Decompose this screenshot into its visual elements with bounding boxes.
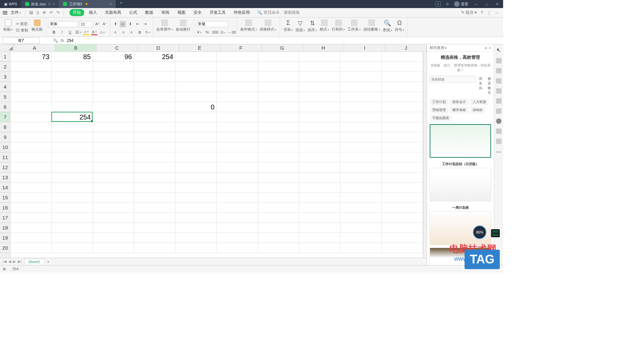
tab-start[interactable]: 开始 <box>69 9 84 16</box>
indent-left-icon[interactable]: ⇤ <box>135 21 141 27</box>
cell-D19[interactable] <box>134 233 175 243</box>
row-header-7[interactable]: 7 <box>0 112 10 122</box>
font-size-select[interactable] <box>79 21 93 27</box>
cell-A17[interactable] <box>10 213 52 223</box>
cell-J20[interactable] <box>382 243 423 253</box>
assets-icon[interactable] <box>496 98 501 104</box>
cell-D8[interactable] <box>134 122 175 132</box>
cell-E8[interactable] <box>175 122 217 132</box>
col-header-H[interactable]: H <box>303 44 344 51</box>
cell-B7[interactable]: 254 <box>52 112 93 122</box>
cell-H19[interactable] <box>299 233 340 243</box>
row-header-15[interactable]: 15 <box>0 193 10 203</box>
template-tag[interactable]: 人力资源 <box>470 99 489 105</box>
prev-sheet-icon[interactable]: ◀ <box>8 259 11 264</box>
cell-I20[interactable] <box>340 243 382 253</box>
cell-B1[interactable]: 85 <box>52 52 93 62</box>
table-style-button[interactable]: 表格样式 <box>258 19 278 35</box>
cell-E17[interactable] <box>175 213 217 223</box>
cell-B8[interactable] <box>52 122 93 132</box>
align-bottom-icon[interactable]: ⬇ <box>127 21 133 27</box>
template-card-1[interactable] <box>430 124 491 158</box>
cell-E12[interactable] <box>175 162 217 172</box>
cell-E9[interactable] <box>175 132 217 142</box>
cell-D14[interactable] <box>134 183 175 193</box>
col-header-G[interactable]: G <box>262 44 303 51</box>
row-header-10[interactable]: 10 <box>0 142 10 152</box>
template-search-input[interactable] <box>430 76 476 83</box>
cell-J2[interactable] <box>382 62 423 72</box>
cell-H20[interactable] <box>299 243 340 253</box>
collapse-ribbon-icon[interactable]: ︿ <box>495 10 499 15</box>
cell-B5[interactable] <box>52 92 93 102</box>
cell-B13[interactable] <box>52 172 93 183</box>
cell-J1[interactable] <box>382 52 423 62</box>
col-header-E[interactable]: E <box>179 44 220 51</box>
align-top-icon[interactable]: ⬆ <box>112 21 118 27</box>
row-header-16[interactable]: 16 <box>0 203 10 213</box>
template-tag[interactable]: 供销存 <box>470 107 485 113</box>
align-left-icon[interactable]: ≡ <box>112 29 118 35</box>
cell-D5[interactable] <box>134 92 175 102</box>
cell-G11[interactable] <box>258 152 299 162</box>
cell-E5[interactable] <box>175 92 217 102</box>
bold-button[interactable]: B <box>51 29 57 35</box>
cell-G12[interactable] <box>258 162 299 172</box>
cell-J14[interactable] <box>382 183 423 193</box>
row-col-button[interactable]: 行和列 <box>330 19 346 35</box>
percent-icon[interactable]: % <box>204 29 210 35</box>
cell-J4[interactable] <box>382 82 423 92</box>
row-header-20[interactable]: 20 <box>0 243 10 253</box>
cell-J6[interactable] <box>382 102 423 112</box>
cell-I6[interactable] <box>340 102 382 112</box>
cell-J10[interactable] <box>382 142 423 152</box>
cell-C9[interactable] <box>93 132 134 142</box>
cell-J13[interactable] <box>382 172 423 183</box>
name-box[interactable] <box>3 37 40 44</box>
row-header-3[interactable]: 3 <box>0 72 10 82</box>
row-header-13[interactable]: 13 <box>0 172 10 183</box>
cell-E1[interactable] <box>175 52 217 62</box>
cell-D13[interactable] <box>134 172 175 183</box>
cell-G6[interactable] <box>258 102 299 112</box>
cell-I14[interactable] <box>340 183 382 193</box>
cell-F5[interactable] <box>217 92 258 102</box>
template-tag[interactable]: 工作计划 <box>430 99 448 105</box>
cell-A19[interactable] <box>10 233 52 243</box>
cell-G17[interactable] <box>258 213 299 223</box>
cell-A15[interactable] <box>10 193 52 203</box>
cell-C17[interactable] <box>93 213 134 223</box>
cell-J5[interactable] <box>382 92 423 102</box>
orientation-icon[interactable]: ↻ <box>145 29 151 35</box>
minimize-button[interactable]: — <box>472 2 479 6</box>
cell-F7[interactable] <box>217 112 258 122</box>
cell-A18[interactable] <box>10 223 52 233</box>
print-icon[interactable]: ⎙ <box>37 10 39 15</box>
cell-H13[interactable] <box>299 172 340 183</box>
cell-I7[interactable] <box>340 112 382 122</box>
cell-E14[interactable] <box>175 183 217 193</box>
paste-button[interactable]: 粘贴 <box>2 19 14 35</box>
cell-E2[interactable] <box>175 62 217 72</box>
tab-data[interactable]: 数据 <box>142 8 157 17</box>
cell-A16[interactable] <box>10 203 52 213</box>
cell-D10[interactable] <box>134 142 175 152</box>
cell-G8[interactable] <box>258 122 299 132</box>
cell-A11[interactable] <box>10 152 52 162</box>
clear-format-button[interactable]: ◇ <box>99 29 105 35</box>
cell-A10[interactable] <box>10 142 52 152</box>
cell-D11[interactable] <box>134 152 175 162</box>
cell-I8[interactable] <box>340 122 382 132</box>
cell-J17[interactable] <box>382 213 423 223</box>
panel-close-icon[interactable]: × <box>489 46 491 50</box>
cell-I19[interactable] <box>340 233 382 243</box>
cell-B15[interactable] <box>52 193 93 203</box>
cell-B3[interactable] <box>52 72 93 82</box>
cell-B2[interactable] <box>52 62 93 72</box>
crown-icon[interactable]: ♔ <box>445 1 450 7</box>
cell-E20[interactable] <box>175 243 217 253</box>
cell-G13[interactable] <box>258 172 299 183</box>
increase-font-icon[interactable]: A⁺ <box>95 21 101 27</box>
search-tab-business[interactable]: 商务风 <box>477 76 484 96</box>
tab-insert[interactable]: 插入 <box>86 8 100 17</box>
